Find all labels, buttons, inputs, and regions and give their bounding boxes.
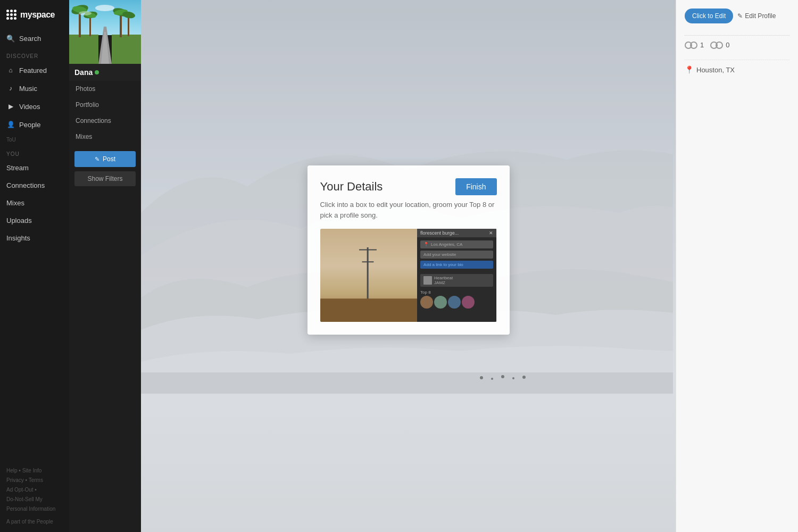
online-indicator [95, 70, 99, 74]
search-icon: 🔍 [6, 35, 15, 43]
sidebar-item-label: Connections [6, 181, 45, 189]
preview-photo-svg [320, 229, 418, 322]
profile-name: Dana [74, 68, 93, 77]
svg-rect-28 [320, 298, 418, 322]
location-row: 📍 Houston, TX [685, 65, 789, 74]
profile-menu: Photos Portfolio Connections Mixes [69, 81, 141, 145]
sidebar-item-label: Insights [6, 234, 30, 242]
top8-avatar [420, 296, 433, 309]
sidebar-item-insights[interactable]: Insights [0, 229, 69, 247]
modal-title: Your Details [320, 180, 383, 194]
svg-rect-7 [89, 16, 91, 36]
modal-overlay: Your Details Finish Click into a box to … [141, 0, 676, 532]
sidebar-footer: Help • Site Info Privacy • Terms Ad Opt-… [0, 461, 69, 532]
sidebar-item-label: People [19, 121, 40, 129]
logo-dots [6, 10, 17, 20]
profile-image-container [69, 0, 141, 64]
main-content: Your Details Finish Click into a box to … [141, 0, 676, 532]
preview-photo [320, 229, 418, 322]
divider-2 [685, 60, 789, 60]
song-info: Heartbeat JAMZ [434, 276, 453, 285]
preview-location-value: Los Angeles, CA [431, 242, 462, 247]
modal-subtitle: Click into a box to edit your location, … [320, 200, 497, 220]
logo[interactable]: myspace [0, 0, 69, 29]
svg-rect-10 [120, 13, 122, 37]
edit-profile-label: Edit Profile [745, 12, 776, 20]
preview-location-field[interactable]: 📍 Los Angeles, CA [420, 240, 493, 248]
sidebar-item-stream[interactable]: Stream [0, 159, 69, 177]
stats-row: 1 0 [685, 41, 789, 49]
modal-header: Your Details Finish [320, 178, 497, 195]
profile-menu-connections[interactable]: Connections [69, 113, 141, 129]
followers-count: 0 [726, 41, 729, 49]
connections-stat: 1 [685, 41, 704, 49]
right-panel: Click to Edit ✎ Edit Profile 1 0 [676, 0, 798, 532]
profile-menu-portfolio[interactable]: Portfolio [69, 97, 141, 113]
show-filters-button[interactable]: Show Filters [74, 171, 136, 186]
preview-username: florescent burge... [420, 230, 459, 236]
profile-name-bar: Dana [69, 64, 141, 81]
discover-section-label: DISCOVER [0, 48, 69, 61]
sidebar-item-label: Mixes [6, 199, 24, 207]
click-to-edit-button[interactable]: Click to Edit [685, 9, 733, 23]
location-pin-icon: 📍 [685, 65, 694, 74]
svg-point-16 [79, 11, 92, 15]
song-artist: JAMZ [434, 280, 453, 285]
sidebar-item-label: Stream [6, 164, 29, 172]
post-icon: ✎ [95, 156, 99, 163]
svg-rect-27 [362, 261, 373, 262]
profile-menu-photos[interactable]: Photos [69, 81, 141, 97]
song-thumbnail [423, 276, 432, 285]
you-section-label: YOU [0, 146, 69, 159]
location-icon: 📍 [423, 242, 429, 247]
footer-site-info: Site Info [22, 468, 42, 473]
post-button[interactable]: ✎ Post [74, 151, 136, 167]
profile-image-svg [69, 0, 141, 64]
svg-rect-3 [112, 35, 141, 64]
sidebar-item-label: Featured [19, 66, 47, 74]
people-icon: 👤 [6, 120, 15, 129]
top8-avatar [448, 296, 461, 309]
right-panel-actions: Click to Edit ✎ Edit Profile [685, 9, 789, 23]
top8-avatar [462, 296, 475, 309]
tou-item[interactable]: ToU [0, 134, 69, 146]
top8-label: Top 8 [417, 289, 496, 296]
svg-rect-13 [128, 16, 129, 36]
sidebar-item-mixes[interactable]: Mixes [0, 194, 69, 212]
preview-close: ✕ [489, 230, 493, 236]
top8-avatar [434, 296, 447, 309]
followers-icon [710, 41, 723, 49]
sidebar: myspace 🔍 Search DISCOVER ⌂ Featured ♪ M… [0, 0, 69, 532]
song-title: Heartbeat [434, 276, 453, 280]
sidebar-item-connections[interactable]: Connections [0, 177, 69, 194]
sidebar-item-label: Music [19, 85, 37, 93]
search-nav-item[interactable]: 🔍 Search [0, 29, 69, 48]
sidebar-item-videos[interactable]: ▶ Videos [0, 97, 69, 115]
sidebar-item-uploads[interactable]: Uploads [0, 212, 69, 229]
svg-rect-26 [359, 250, 377, 251]
logo-text: myspace [20, 10, 55, 20]
your-details-modal: Your Details Finish Click into a box to … [307, 165, 510, 335]
featured-icon: ⌂ [6, 66, 15, 74]
search-label: Search [19, 35, 41, 43]
finish-button[interactable]: Finish [455, 178, 496, 195]
sidebar-item-music[interactable]: ♪ Music [0, 79, 69, 97]
preview-bio-link[interactable]: Add a link to your bio [420, 261, 493, 269]
footer-ad-opt-out: Ad Opt-Out [6, 487, 34, 493]
sidebar-item-label: Uploads [6, 217, 32, 225]
sidebar-item-featured[interactable]: ⌂ Featured [0, 61, 69, 79]
divider [685, 35, 789, 36]
sidebar-item-label: Videos [19, 103, 40, 111]
app-container: myspace 🔍 Search DISCOVER ⌂ Featured ♪ M… [0, 0, 798, 532]
footer-part-of: A part of the People [6, 519, 53, 525]
edit-profile-link[interactable]: ✎ Edit Profile [737, 12, 776, 20]
preview-website-field[interactable]: Add your website [420, 251, 493, 259]
svg-rect-25 [367, 247, 368, 303]
sidebar-item-people[interactable]: 👤 People [0, 115, 69, 134]
profile-menu-mixes[interactable]: Mixes [69, 129, 141, 145]
top8-grid [417, 296, 496, 309]
preview-header: florescent burge... ✕ [417, 229, 496, 237]
preview-bio-value: Add a link to your bio [423, 262, 463, 267]
preview-song: Heartbeat JAMZ [420, 274, 493, 287]
profile-image [69, 0, 141, 64]
